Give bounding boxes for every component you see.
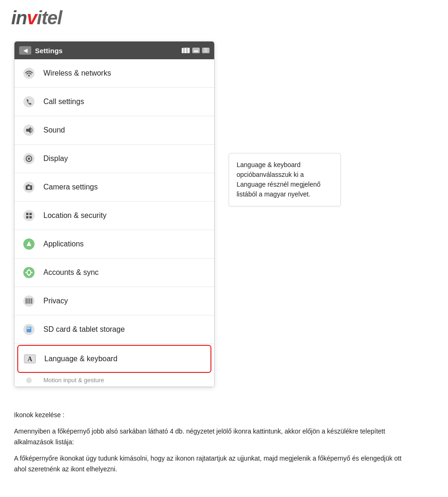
svg-text:A: A <box>28 356 33 363</box>
svg-rect-15 <box>29 213 32 215</box>
bottom-line1: Ikonok kezelése : <box>14 410 406 420</box>
svg-rect-29 <box>29 327 30 329</box>
callout-text: Language & keyboard opcióbanválasszuk ki… <box>237 161 321 198</box>
settings-item-wireless[interactable]: Wireless & networks <box>14 59 214 88</box>
svg-point-11 <box>28 186 30 189</box>
wireless-label: Wireless & networks <box>43 69 111 77</box>
motion-icon <box>21 374 37 387</box>
svg-rect-28 <box>28 327 29 329</box>
settings-item-camera[interactable]: Camera settings <box>14 173 214 202</box>
statusbar-icons: ▌▌▌ ▬ ☰ <box>182 48 210 53</box>
logo-area: invitel <box>0 0 448 32</box>
sd-label: SD card & tablet storage <box>43 325 125 334</box>
svg-rect-22 <box>28 298 28 304</box>
svg-rect-27 <box>27 327 28 329</box>
svg-point-13 <box>23 210 35 221</box>
svg-point-32 <box>26 378 32 383</box>
camera-icon <box>21 179 37 195</box>
invitel-logo: invitel <box>11 8 62 27</box>
settings-item-applications[interactable]: Applications <box>14 230 214 259</box>
callout-box: Language & keyboard opcióbanválasszuk ki… <box>229 153 341 206</box>
svg-point-1 <box>28 75 30 77</box>
wireless-icon <box>21 65 37 81</box>
logo-v: v <box>27 8 37 27</box>
motion-label: Motion input & gesture <box>43 377 104 384</box>
call-label: Call settings <box>43 98 84 106</box>
logo-itel: itel <box>37 8 62 27</box>
bottom-text: Ikonok kezelése : Amennyiben a főképerny… <box>0 397 420 494</box>
svg-rect-17 <box>29 216 32 218</box>
main-content: ◀ Settings ▌▌▌ ▬ ☰ <box>0 32 448 397</box>
bottom-line3: A főképernyőre ikonokat úgy tudunk kimás… <box>14 453 406 475</box>
signal-icon: ▌▌▌ <box>182 48 190 53</box>
back-button[interactable]: ◀ <box>19 46 31 55</box>
call-icon <box>21 94 37 110</box>
location-label: Location & security <box>43 211 106 220</box>
display-icon <box>21 151 37 167</box>
bottom-line2: Amennyiben a főképernyő jobb alsó sarkáb… <box>14 426 406 448</box>
applications-icon <box>21 236 37 252</box>
privacy-label: Privacy <box>43 297 68 305</box>
settings-item-language[interactable]: A Language & keyboard <box>17 345 211 373</box>
location-icon <box>21 208 37 224</box>
display-label: Display <box>43 154 68 163</box>
settings-item-accounts[interactable]: Accounts & sync <box>14 259 214 287</box>
svg-rect-14 <box>26 213 28 215</box>
applications-label: Applications <box>43 240 84 248</box>
privacy-icon <box>21 293 37 309</box>
accounts-icon <box>21 265 37 280</box>
svg-point-20 <box>23 295 35 307</box>
menu-icon: ☰ <box>202 48 210 53</box>
svg-point-2 <box>23 96 35 107</box>
svg-rect-24 <box>31 298 32 304</box>
statusbar-title: Settings <box>35 47 179 55</box>
phone-statusbar: ◀ Settings ▌▌▌ ▬ ☰ <box>14 42 214 59</box>
phone-mockup: ◀ Settings ▌▌▌ ▬ ☰ <box>14 41 215 387</box>
settings-item-display[interactable]: Display <box>14 145 214 173</box>
language-label: Language & keyboard <box>44 355 118 363</box>
svg-point-8 <box>28 158 30 160</box>
svg-rect-16 <box>26 216 28 218</box>
settings-item-sound[interactable]: Sound <box>14 116 214 145</box>
settings-item-sd[interactable]: SD card & tablet storage <box>14 315 214 344</box>
battery-icon: ▬ <box>192 48 200 53</box>
back-icon: ◀ <box>23 47 28 54</box>
language-icon: A <box>22 351 38 367</box>
sound-icon <box>21 122 37 138</box>
svg-point-19 <box>23 267 35 278</box>
settings-list: Wireless & networks Call settings <box>14 59 214 387</box>
logo-in: in <box>11 8 27 27</box>
svg-rect-4 <box>26 129 28 132</box>
accounts-label: Accounts & sync <box>43 268 98 277</box>
camera-label: Camera settings <box>43 183 98 191</box>
svg-rect-23 <box>29 298 30 304</box>
svg-rect-21 <box>26 298 27 304</box>
callout-area: Language & keyboard opcióbanválasszuk ki… <box>229 41 434 206</box>
svg-rect-12 <box>28 184 29 186</box>
settings-item-call[interactable]: Call settings <box>14 88 214 116</box>
sound-label: Sound <box>43 126 65 134</box>
sd-icon <box>21 322 37 337</box>
settings-item-location[interactable]: Location & security <box>14 202 214 230</box>
settings-item-privacy[interactable]: Privacy <box>14 287 214 315</box>
settings-item-motion[interactable]: Motion input & gesture <box>14 374 214 387</box>
